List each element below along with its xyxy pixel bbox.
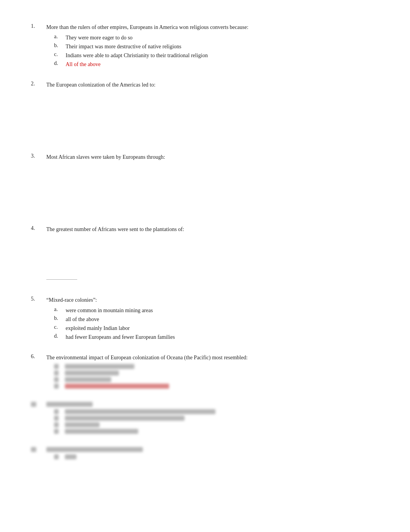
answer-text-1b: Their impact was more destructive of nat… (66, 42, 181, 51)
question-item-3: 3. Most African slaves were taken by Eur… (31, 153, 379, 214)
answer-letter-5c: c. (54, 324, 66, 330)
answer-list-1: a. They were more eager to do so b. Thei… (46, 34, 379, 68)
answer-letter-1a: a. (54, 34, 66, 40)
blurred-answer-8a (46, 454, 379, 459)
answer-text-5b: all of the above (66, 315, 99, 323)
question-item-6: 6. The environmental impact of European … (31, 354, 379, 390)
blank-space-3 (46, 163, 379, 214)
blurred-question-8 (46, 447, 379, 452)
question-text-2: The European colonization of the America… (46, 81, 379, 89)
answer-text-1d: All of the above (66, 60, 101, 68)
answer-text-1c: Indians were able to adapt Christianity … (66, 51, 208, 59)
question-text-1: More than the rulers of other empires, E… (46, 23, 379, 31)
question-number-4: 4. (31, 225, 46, 231)
blurred-answers-6 (46, 364, 379, 389)
answer-letter-1b: b. (54, 42, 66, 49)
question-number-8 (31, 447, 46, 454)
question-item-5: 5. “Mixed-race colonies”: a. were common… (31, 296, 379, 342)
blurred-answer-7c (46, 422, 379, 427)
answer-text-5a: were common in mountain mining areas (66, 306, 153, 314)
blurred-answer-7b (46, 416, 379, 421)
question-content-7 (46, 402, 379, 435)
blurred-answer-7a (46, 409, 379, 414)
blurred-answer-6c (46, 377, 379, 382)
question-content-6: The environmental impact of European col… (46, 354, 379, 390)
answer-letter-5a: a. (54, 306, 66, 313)
answer-item-5b: b. all of the above (46, 315, 379, 323)
question-text-4: The greatest number of Africans were sen… (46, 225, 379, 233)
question-content-2: The European colonization of the America… (46, 81, 379, 141)
answer-text-1a: They were more eager to do so (66, 34, 132, 42)
question-item-8 (31, 447, 379, 461)
question-number-3: 3. (31, 153, 46, 159)
answer-letter-1c: c. (54, 51, 66, 58)
answer-item-5c: c. exploited mainly Indian labor (46, 324, 379, 332)
question-number-5: 5. (31, 296, 46, 302)
question-number-6: 6. (31, 354, 46, 360)
answer-list-5: a. were common in mountain mining areas … (46, 306, 379, 341)
answer-letter-5b: b. (54, 315, 66, 321)
answer-item-5d: d. had fewer Europeans and fewer Europea… (46, 333, 379, 341)
blurred-answer-7d (46, 429, 379, 434)
answer-text-5d: had fewer Europeans and fewer European f… (66, 333, 175, 341)
question-item-4: 4. The greatest number of Africans were … (31, 225, 379, 284)
question-list: 1. More than the rulers of other empires… (31, 23, 379, 461)
blank-space-2 (46, 91, 379, 141)
question-content-8 (46, 447, 379, 461)
blurred-answer-6d (46, 384, 379, 389)
blurred-answers-7 (46, 409, 379, 434)
answer-letter-1d: d. (54, 60, 66, 66)
question-number-1: 1. (31, 23, 46, 29)
blurred-question-7 (46, 402, 379, 407)
blurred-answers-8 (46, 454, 379, 459)
question-item-1: 1. More than the rulers of other empires… (31, 23, 379, 69)
answer-item-5a: a. were common in mountain mining areas (46, 306, 379, 314)
answer-item-1c: c. Indians were able to adapt Christiani… (46, 51, 379, 59)
answer-text-5c: exploited mainly Indian labor (66, 324, 130, 332)
answer-item-1d: d. All of the above (46, 60, 379, 68)
question-content-5: “Mixed-race colonies”: a. were common in… (46, 296, 379, 342)
question-content-4: The greatest number of Africans were sen… (46, 225, 379, 284)
question-text-5: “Mixed-race colonies”: (46, 296, 379, 304)
question-number-2: 2. (31, 81, 46, 87)
blank-space-4 (46, 236, 379, 278)
answer-item-1b: b. Their impact was more destructive of … (46, 42, 379, 51)
answer-letter-5d: d. (54, 333, 66, 339)
blurred-answer-6a (46, 364, 379, 369)
question-text-3: Most African slaves were taken by Europe… (46, 153, 379, 161)
question-content-3: Most African slaves were taken by Europe… (46, 153, 379, 214)
answer-item-1a: a. They were more eager to do so (46, 34, 379, 42)
question-text-6: The environmental impact of European col… (46, 354, 379, 362)
question-item-2: 2. The European colonization of the Amer… (31, 81, 379, 141)
underline-4 (46, 279, 77, 280)
question-number-7 (31, 402, 46, 408)
question-content-1: More than the rulers of other empires, E… (46, 23, 379, 69)
blurred-answer-6b (46, 371, 379, 376)
question-item-7 (31, 402, 379, 435)
